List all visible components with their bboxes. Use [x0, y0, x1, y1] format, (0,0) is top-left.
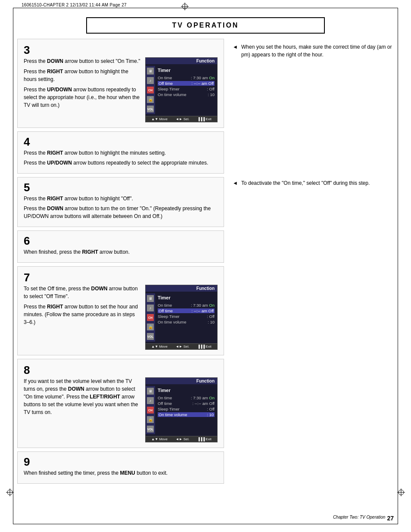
tv-menu-3-row-3: Sleep Timer: Off — [158, 407, 215, 411]
annotation-bottom: To deactivate the "On time," select "Off… — [233, 179, 394, 187]
tv-menu-3-footer-move: ▲▼ Move — [151, 437, 168, 441]
two-column-layout: 3 Press the DOWN arrow button to select … — [17, 39, 394, 487]
tv-menu-1-footer-exit: ▐▐▐ Exit — [197, 117, 212, 121]
step-9-text: When finished setting the timer, press t… — [24, 469, 218, 477]
step-3-para-2: Press the RIGHT arrow button to highligh… — [24, 68, 141, 83]
icon-tv: 🖥 — [147, 68, 154, 75]
step-3-section: 3 Press the DOWN arrow button to select … — [17, 39, 224, 128]
step-4-section: 4 Press the RIGHT arrow button to highli… — [17, 131, 224, 174]
step-7-number: 7 — [24, 272, 218, 283]
tv-menu-display-1: Function 🖥 ♪ CH 🔒 VOL Timer — [145, 57, 218, 122]
step-8-section: 8 If you want to set the volume level wh… — [17, 359, 224, 448]
step-4-number: 4 — [24, 136, 218, 147]
tv-menu-2-footer-sel: ◄► Sel. — [176, 345, 190, 348]
tv-menu-3-footer-sel: ◄► Sel. — [176, 437, 190, 441]
page-border-left — [13, 8, 13, 524]
step-9-number: 9 — [24, 456, 218, 467]
step-6-section: 6 When finished, press the RIGHT arrow b… — [17, 230, 224, 263]
step-5-para-2: Press the DOWN arrow button to turn the … — [24, 205, 218, 220]
tv-menu-1-footer: ▲▼ Move ◄► Sel. ▐▐▐ Exit — [146, 116, 217, 122]
footer-chapter-label: Chapter Two: TV Operation — [333, 515, 386, 522]
tv-menu-1-icons: 🖥 ♪ CH 🔒 VOL — [146, 66, 155, 114]
step-8-content: If you want to set the volume level when… — [24, 377, 218, 442]
tv-menu-3-row-2: Off time: --:-- am Off — [158, 401, 215, 406]
icon-vol: VOL — [147, 106, 154, 112]
step-4-para-2: Press the UP/DOWN arrow buttons repeated… — [24, 159, 218, 167]
step-9-section: 9 When finished setting the timer, press… — [17, 451, 224, 484]
tv-menu-3-row-1: On time: 7:30 am On — [158, 395, 215, 400]
tv-menu-1-title: Timer — [158, 68, 215, 73]
step-7-para-2: Press the RIGHT arrow button to set the … — [24, 303, 141, 326]
page-border-right — [398, 8, 398, 524]
tv-menu-3-header: Function — [146, 378, 217, 384]
tv-menu-2-body: 🖥 ♪ CH 🔒 VOL Timer On time: 7:30 am On — [146, 292, 217, 343]
tv-menu-1-header: Function — [146, 58, 217, 64]
tv-menu-3-icons: 🖥 ♪ CH 🔒 VOL — [146, 386, 155, 434]
icon-music-2: ♪ — [147, 305, 154, 311]
tv-menu-2-footer-move: ▲▼ Move — [151, 345, 168, 348]
step-7-para-1: To set the Off time, press the DOWN arro… — [24, 285, 141, 300]
tv-menu-3-body: 🖥 ♪ CH 🔒 VOL Timer On time: 7:30 am On — [146, 384, 217, 436]
main-content: 3 Press the DOWN arrow button to select … — [17, 39, 394, 515]
page-footer: Chapter Two: TV Operation 27 — [17, 515, 394, 522]
icon-ch-3: CH — [147, 407, 154, 414]
icon-ch-2: CH — [147, 314, 154, 321]
icon-lock-2: 🔒 — [147, 324, 154, 330]
tv-menu-1-footer-sel: ◄► Sel. — [176, 117, 190, 121]
icon-vol-2: VOL — [147, 333, 154, 340]
step-3-content: Press the DOWN arrow button to select "O… — [24, 57, 218, 122]
left-column: 3 Press the DOWN arrow button to select … — [17, 39, 224, 487]
step-8-para-1: If you want to set the volume level when… — [24, 377, 141, 416]
tv-menu-1-footer-move: ▲▼ Move — [151, 117, 168, 121]
tv-menu-1-main: Timer On time: 7:30 am On Off time: --:-… — [155, 66, 217, 114]
icon-lock-3: 🔒 — [147, 416, 154, 423]
step-7-section: 7 To set the Off time, press the DOWN ar… — [17, 266, 224, 355]
tv-menu-1-row-2: Off time: --:-- am Off — [158, 81, 215, 86]
header-meta: 16061510-CHAPTER 2 12/13/02 11:44 AM Pag… — [22, 3, 127, 7]
crosshair-bottom-right — [397, 488, 405, 498]
step-4-text: Press the RIGHT arrow button to highligh… — [24, 149, 218, 167]
step-5-text: Press the RIGHT arrow button to highligh… — [24, 195, 218, 220]
step-8-number: 8 — [24, 364, 218, 376]
step-5-section: 5 Press the RIGHT arrow button to highli… — [17, 177, 224, 227]
icon-tv-3: 🖥 — [147, 388, 154, 395]
tv-menu-1-row-3: Sleep Timer: Off — [158, 87, 215, 91]
footer-page-number: 27 — [387, 515, 394, 522]
tv-menu-2-row-3: Sleep Timer: Off — [158, 314, 215, 319]
tv-menu-3-row-4: On time volume: 10 — [158, 412, 215, 417]
tv-menu-2-footer-exit: ▐▐▐ Exit — [197, 345, 212, 348]
icon-lock: 🔒 — [147, 96, 154, 103]
page-title: TV Operation — [87, 22, 324, 29]
icon-music-3: ♪ — [147, 397, 154, 404]
icon-music: ♪ — [147, 77, 154, 84]
step-3-para-3: Press the UP/DOWN arrow buttons repeated… — [24, 86, 141, 109]
step-5-number: 5 — [24, 182, 218, 193]
icon-vol-3: VOL — [147, 426, 154, 432]
page-border-top — [13, 8, 398, 8]
tv-menu-2-row-4: On time volume: 10 — [158, 320, 215, 324]
tv-menu-2-row-2: Off time: --:-- am Off — [158, 308, 215, 313]
tv-menu-3-main: Timer On time: 7:30 am On Off time: --:-… — [155, 386, 217, 434]
step-3-para-1: Press the DOWN arrow button to select "O… — [24, 57, 141, 65]
step-7-text: To set the Off time, press the DOWN arro… — [24, 285, 141, 326]
step-4-para-1: Press the RIGHT arrow button to highligh… — [24, 149, 218, 157]
tv-menu-display-3: Function 🖥 ♪ CH 🔒 VOL Timer — [145, 377, 218, 442]
icon-ch: CH — [147, 87, 154, 93]
step-6-number: 6 — [24, 235, 218, 246]
tv-menu-1-row-4: On time volume: 10 — [158, 92, 215, 97]
tv-menu-display-2: Function 🖥 ♪ CH 🔒 VOL Timer — [145, 285, 218, 350]
tv-menu-3-title: Timer — [158, 388, 215, 393]
annotation-top: When you set the hours, make sure the co… — [233, 43, 394, 59]
tv-menu-2-header: Function — [146, 285, 217, 292]
tv-menu-1-row-1: On time: 7:30 am On — [158, 75, 215, 80]
step-5-para-1: Press the RIGHT arrow button to highligh… — [24, 195, 218, 202]
step-3-text: Press the DOWN arrow button to select "O… — [24, 57, 141, 109]
crosshair-top — [181, 3, 189, 12]
step-8-text: If you want to set the volume level when… — [24, 377, 141, 416]
tv-menu-2-title: Timer — [158, 295, 215, 300]
crosshair-bottom-left — [6, 488, 14, 498]
step-3-number: 3 — [24, 44, 218, 56]
page-title-box: TV Operation — [86, 17, 325, 34]
tv-menu-2-icons: 🖥 ♪ CH 🔒 VOL — [146, 293, 155, 342]
tv-menu-1-body: 🖥 ♪ CH 🔒 VOL Timer On time: 7:30 am On — [146, 64, 217, 116]
